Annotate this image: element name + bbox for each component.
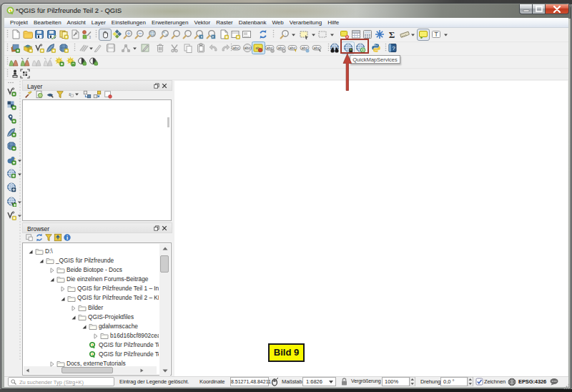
svg-text:abc: abc: [245, 46, 251, 50]
svg-text:3: 3: [89, 36, 92, 39]
svg-text:abc: abc: [290, 46, 296, 50]
svg-text:abc: abc: [233, 46, 240, 50]
svg-text:?: ?: [392, 45, 395, 52]
svg-text:T: T: [434, 31, 438, 38]
svg-text:abc: abc: [314, 46, 320, 50]
svg-text:Σ: Σ: [389, 29, 395, 39]
svg-text:ε: ε: [69, 91, 72, 97]
